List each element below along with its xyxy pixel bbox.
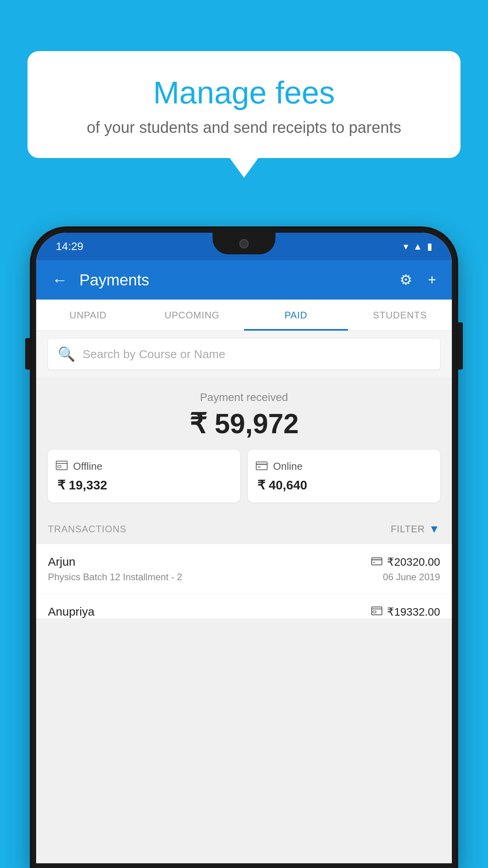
transaction-course: Physics Batch 12 Installment - 2 [48,572,182,583]
tab-paid[interactable]: PAID [244,300,348,331]
svg-rect-2 [58,465,61,468]
offline-payment-card: Offline ₹ 19,332 [48,450,240,502]
filter-icon: ▼ [429,523,440,535]
filter-label: FILTER [391,524,425,535]
transactions-header: TRANSACTIONS FILTER ▼ [36,514,452,544]
status-bar: 14:29 ▾ ▲ ▮ [36,233,452,260]
bubble-title: Manage fees [47,75,441,111]
notch [213,233,275,254]
add-button[interactable]: + [424,268,440,292]
tab-unpaid[interactable]: UNPAID [36,300,140,331]
svg-rect-11 [373,611,376,613]
tabs: UNPAID UPCOMING PAID STUDENTS [36,300,452,331]
payment-summary: Payment received ₹ 59,972 [36,377,452,514]
app-bar-actions: ⚙ + [396,268,440,292]
offline-label: Offline [73,460,103,473]
offline-icon [56,460,68,473]
transaction-row-top: Arjun ₹20320.00 [48,555,440,568]
transaction-amount-wrap: ₹20320.00 [371,555,440,568]
transaction-row-partial[interactable]: Anupriya ₹19332.00 [36,594,452,618]
phone-screen: 14:29 ▾ ▲ ▮ ← Payments ⚙ [36,233,452,863]
payment-total-amount: ₹ 59,972 [48,408,440,440]
status-icons: ▾ ▲ ▮ [404,241,432,252]
bubble-subtitle: of your students and send receipts to pa… [47,119,441,136]
transaction-date: 06 June 2019 [383,572,440,583]
transaction-name: Arjun [48,555,75,568]
svg-rect-6 [372,558,382,565]
phone-frame: 14:29 ▾ ▲ ▮ ← Payments ⚙ [31,228,457,868]
app-bar: ← Payments ⚙ + [36,260,452,300]
speech-bubble-container: Manage fees of your students and send re… [28,51,460,158]
search-input-container[interactable]: 🔍 Search by Course or Name [48,339,440,370]
transaction-row[interactable]: Arjun ₹20320.00 Physics Batch 1 [36,544,452,594]
offline-amount: ₹ 19,332 [56,478,107,493]
payment-cards: Offline ₹ 19,332 [48,450,440,502]
online-label: Online [273,460,303,473]
speech-bubble: Manage fees of your students and send re… [28,51,460,158]
online-payment-card: Online ₹ 40,640 [248,450,440,502]
transaction-row-partial-top: Anupriya ₹19332.00 [48,605,440,618]
tab-upcoming[interactable]: UPCOMING [140,300,244,331]
offline-card-header: Offline [56,460,103,473]
online-amount: ₹ 40,640 [256,478,307,493]
transaction-amount: ₹20320.00 [387,555,440,568]
online-card-header: Online [256,460,303,473]
transaction-row-bottom: Physics Batch 12 Installment - 2 06 June… [48,572,440,583]
signal-icon: ▲ [413,241,422,252]
offline-payment-icon [371,605,382,618]
transaction-amount-wrap-2: ₹19332.00 [371,605,440,618]
status-time: 14:29 [56,240,83,253]
battery-icon: ▮ [427,241,432,252]
app-title: Payments [79,271,388,289]
payment-received-label: Payment received [48,391,440,404]
card-payment-icon [371,555,382,568]
transactions-label: TRANSACTIONS [48,524,127,535]
tab-students[interactable]: STUDENTS [348,300,452,331]
camera-dot [239,239,249,248]
transaction-amount-2: ₹19332.00 [387,605,440,618]
back-button[interactable]: ← [48,267,72,293]
wifi-icon: ▾ [404,241,408,252]
svg-rect-3 [256,462,267,470]
online-icon [256,460,268,473]
filter-button[interactable]: FILTER ▼ [391,523,440,535]
transaction-name-2: Anupriya [48,605,94,618]
settings-button[interactable]: ⚙ [396,268,416,292]
search-icon: 🔍 [58,346,75,362]
search-placeholder: Search by Course or Name [83,348,226,361]
search-bar: 🔍 Search by Course or Name [36,331,452,377]
